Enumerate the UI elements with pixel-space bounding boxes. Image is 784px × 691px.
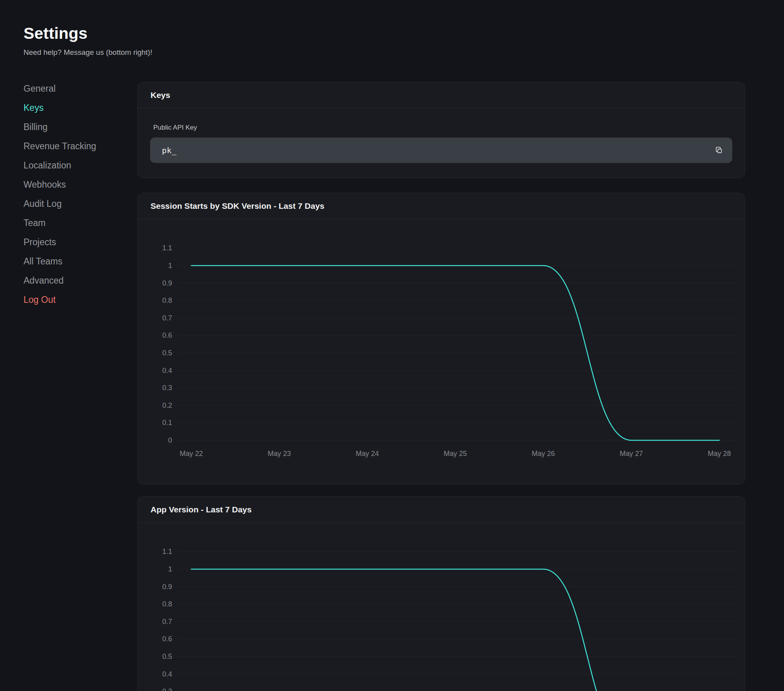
- y-tick-label: 0.7: [162, 618, 172, 626]
- x-tick-label: May 22: [180, 450, 203, 458]
- y-tick-label: 0: [168, 436, 172, 444]
- y-tick-label: 0.1: [162, 419, 172, 427]
- sidebar-item-localization[interactable]: Localization: [24, 156, 122, 175]
- x-tick-label: May 23: [268, 450, 291, 458]
- y-tick-label: 1: [168, 565, 172, 573]
- public-api-key-input[interactable]: [150, 137, 732, 163]
- page-header: Settings Need help? Message us (bottom r…: [24, 24, 152, 57]
- sdk-version-chart-header: Session Starts by SDK Version - Last 7 D…: [138, 193, 745, 219]
- page-title: Settings: [24, 24, 152, 43]
- sidebar-item-all-teams[interactable]: All Teams: [24, 252, 122, 271]
- y-tick-label: 0.4: [162, 367, 172, 374]
- sidebar-item-audit-log[interactable]: Audit Log: [24, 194, 122, 213]
- x-tick-label: May 28: [708, 450, 731, 458]
- y-tick-label: 0.3: [162, 384, 172, 392]
- app-version-chart-card: App Version - Last 7 Days 1.110.90.80.70…: [137, 496, 745, 691]
- y-tick-label: 0.7: [162, 314, 172, 322]
- keys-card-body: Public API Key: [138, 124, 745, 163]
- keys-card-title: Keys: [151, 90, 170, 100]
- y-tick-label: 0.9: [162, 583, 172, 591]
- x-tick-label: May 25: [444, 450, 467, 458]
- y-tick-label: 1.1: [162, 548, 172, 555]
- sidebar-item-general[interactable]: General: [24, 79, 122, 98]
- sidebar-item-advanced[interactable]: Advanced: [24, 271, 122, 290]
- copy-api-key-button[interactable]: [712, 143, 726, 157]
- y-tick-label: 0.6: [162, 635, 172, 643]
- y-tick-label: 0.3: [162, 687, 172, 691]
- public-api-key-label: Public API Key: [153, 124, 732, 132]
- y-tick-label: 1: [168, 262, 172, 270]
- sidebar-item-webhooks[interactable]: Webhooks: [24, 175, 122, 194]
- app-version-line-chart: 1.110.90.80.70.60.50.40.30.20.10May 22Ma…: [138, 523, 745, 691]
- sidebar-item-projects[interactable]: Projects: [24, 233, 122, 252]
- y-tick-label: 0.5: [162, 653, 172, 660]
- sidebar-item-revenue-tracking[interactable]: Revenue Tracking: [24, 137, 122, 156]
- y-tick-label: 1.1: [162, 244, 172, 252]
- sdk-version-line-chart: 1.110.90.80.70.60.50.40.30.20.10May 22Ma…: [138, 219, 745, 484]
- series-line: [191, 569, 719, 691]
- y-tick-label: 0.4: [162, 670, 172, 678]
- sidebar-item-keys[interactable]: Keys: [24, 98, 122, 118]
- keys-card-header: Keys: [138, 82, 745, 109]
- sdk-version-chart-title: Session Starts by SDK Version - Last 7 D…: [151, 201, 325, 211]
- settings-sidebar: GeneralKeysBillingRevenue TrackingLocali…: [24, 79, 122, 309]
- x-tick-label: May 26: [532, 450, 555, 458]
- copy-icon: [715, 146, 723, 155]
- page-subtitle: Need help? Message us (bottom right)!: [24, 48, 152, 57]
- sidebar-item-billing[interactable]: Billing: [24, 118, 122, 137]
- sidebar-item-log-out[interactable]: Log Out: [24, 290, 122, 309]
- app-version-chart-title: App Version - Last 7 Days: [151, 505, 252, 514]
- app-version-chart-header: App Version - Last 7 Days: [138, 497, 745, 523]
- y-tick-label: 0.8: [162, 600, 172, 608]
- y-tick-label: 0.9: [162, 279, 172, 287]
- public-api-key-field-wrap: [150, 137, 732, 163]
- y-tick-label: 0.6: [162, 331, 172, 339]
- x-tick-label: May 24: [356, 450, 379, 458]
- keys-card: Keys Public API Key: [137, 82, 745, 178]
- y-tick-label: 0.2: [162, 402, 172, 409]
- sdk-version-chart-card: Session Starts by SDK Version - Last 7 D…: [137, 193, 745, 485]
- y-tick-label: 0.8: [162, 297, 172, 304]
- sidebar-item-team[interactable]: Team: [24, 213, 122, 233]
- x-tick-label: May 27: [620, 450, 643, 458]
- settings-page: { "page": { "title": "Settings", "subtit…: [0, 0, 784, 691]
- y-tick-label: 0.5: [162, 349, 172, 357]
